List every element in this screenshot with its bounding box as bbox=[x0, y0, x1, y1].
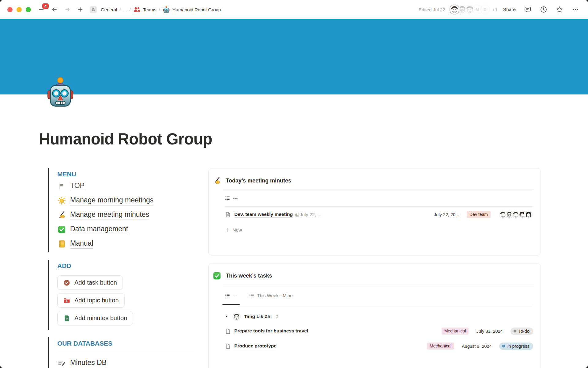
menu-link-morning-meetings[interactable]: Manage morning meetings bbox=[57, 194, 194, 208]
breadcrumb-teams[interactable]: Teams bbox=[132, 5, 158, 14]
file-plus-icon bbox=[63, 315, 70, 322]
people-icon bbox=[133, 6, 141, 13]
list-view-icon bbox=[225, 293, 230, 298]
avatar-overflow-count[interactable]: +1 bbox=[492, 7, 498, 12]
breadcrumb-teamspace[interactable]: General bbox=[100, 6, 118, 13]
date-mention: @July 22, ... bbox=[295, 212, 321, 217]
face-avatar-icon bbox=[450, 5, 459, 14]
back-button[interactable] bbox=[50, 5, 59, 14]
team-tag[interactable]: Dev team bbox=[467, 211, 491, 218]
breadcrumb-page[interactable]: Humanoid Robot Group bbox=[161, 5, 222, 14]
due-date[interactable]: August 9, 2024 bbox=[462, 344, 492, 349]
participant-avatars[interactable] bbox=[498, 210, 533, 219]
task-title[interactable]: Produce prototype bbox=[234, 343, 277, 349]
menu-link-meeting-minutes[interactable]: Manage meeting minutes bbox=[57, 208, 194, 222]
share-button[interactable]: Share bbox=[503, 7, 516, 12]
page-cover bbox=[0, 19, 588, 94]
avatar[interactable] bbox=[450, 5, 459, 14]
check-mark-icon bbox=[57, 225, 66, 234]
database-view-tab[interactable]: --- bbox=[225, 190, 533, 207]
window-titlebar: 4 G General / ... / Teams / Humanoid Rob… bbox=[0, 0, 588, 19]
due-date[interactable]: July 31, 2024 bbox=[476, 329, 503, 334]
add-minutes-button[interactable]: Add minutes button bbox=[57, 311, 133, 325]
collaborator-avatars[interactable]: M D bbox=[450, 5, 490, 14]
menu-link-data-management[interactable]: Data management bbox=[57, 222, 194, 237]
new-row-label: New bbox=[232, 227, 242, 233]
database-view-tabs: --- This Week - Mine bbox=[225, 285, 533, 305]
disclosure-triangle-icon[interactable] bbox=[225, 315, 228, 318]
breadcrumb-separator: / bbox=[159, 7, 160, 12]
breadcrumb-teamspace-label: General bbox=[101, 7, 117, 12]
more-options-button[interactable] bbox=[571, 5, 580, 14]
category-tag[interactable]: Mechanical bbox=[427, 343, 454, 350]
sun-icon bbox=[57, 197, 66, 205]
favorite-button[interactable] bbox=[555, 5, 564, 14]
menu-heading: MENU bbox=[57, 169, 194, 179]
tasks-card-title: This week’s tasks bbox=[226, 273, 272, 279]
plus-icon bbox=[225, 228, 230, 232]
meeting-row[interactable]: Dev. team weekly meeting @July 22, ... J… bbox=[225, 207, 533, 223]
menu-link-manual[interactable]: Manual bbox=[57, 237, 194, 251]
forward-button[interactable] bbox=[63, 5, 72, 14]
add-section: ADD Add task button Add topic button Add… bbox=[48, 260, 194, 330]
add-task-button[interactable]: Add task button bbox=[57, 275, 123, 290]
new-row-button[interactable]: New bbox=[225, 223, 533, 237]
menu-link-minutes-db[interactable]: Minutes DB bbox=[57, 356, 194, 368]
status-dot bbox=[514, 330, 516, 332]
add-task-button-label: Add task button bbox=[74, 279, 117, 286]
task-row[interactable]: Prepare tools for business travel Mechan… bbox=[225, 324, 533, 339]
breadcrumb-teams-label: Teams bbox=[143, 7, 156, 12]
menu-link-top[interactable]: TOP bbox=[57, 179, 194, 194]
folder-plus-icon bbox=[63, 297, 70, 304]
page-icon bbox=[225, 212, 231, 218]
last-edited-label: Edited Jul 22 bbox=[419, 7, 445, 12]
robot-icon bbox=[163, 6, 170, 13]
menu-link-label: Manual bbox=[70, 239, 93, 249]
view-tab-this-week-mine[interactable]: This Week - Mine bbox=[247, 286, 295, 305]
flag-icon bbox=[57, 183, 66, 190]
meeting-minutes-card: Today’s meeting minutes --- Dev. team we… bbox=[208, 168, 541, 255]
robot-icon bbox=[47, 77, 74, 107]
comment-bubble-icon bbox=[524, 6, 531, 13]
plus-icon bbox=[77, 6, 83, 13]
meeting-title[interactable]: Dev. team weekly meeting bbox=[234, 212, 293, 218]
page-icon-robot[interactable] bbox=[47, 77, 74, 107]
status-label: In progress bbox=[507, 344, 530, 349]
menu-link-label: Minutes DB bbox=[70, 358, 107, 368]
add-topic-button[interactable]: Add topic button bbox=[57, 293, 125, 308]
divider bbox=[57, 353, 194, 353]
page-title[interactable]: Humanoid Robot Group bbox=[39, 130, 212, 148]
new-tab-button[interactable] bbox=[76, 5, 85, 14]
breadcrumb-separator: / bbox=[119, 7, 121, 12]
minutes-card-title: Today’s meeting minutes bbox=[226, 178, 291, 184]
titlebar-right-controls: Edited Jul 22 M D +1 Share bbox=[419, 0, 580, 19]
fullscreen-window-button[interactable] bbox=[26, 7, 31, 12]
writing-hand-icon bbox=[213, 177, 221, 185]
teamspace-avatar[interactable]: G bbox=[90, 6, 97, 13]
status-pill-in-progress[interactable]: In progress bbox=[499, 343, 533, 350]
list-view-icon bbox=[249, 293, 254, 298]
menu-section: MENU TOP Manage morning meetings Manage … bbox=[48, 168, 194, 252]
assignee-avatar bbox=[232, 312, 241, 321]
sidebar-toggle-button[interactable]: 4 bbox=[37, 5, 46, 14]
group-name: Tang Lik Zhi bbox=[244, 314, 272, 319]
breadcrumb-collapsed[interactable]: ... bbox=[122, 6, 128, 13]
task-row[interactable]: Produce prototype Mechanical August 9, 2… bbox=[225, 339, 533, 354]
close-window-button[interactable] bbox=[7, 7, 13, 12]
view-tab-default[interactable]: --- bbox=[222, 286, 240, 305]
comments-button[interactable] bbox=[523, 5, 532, 14]
task-title[interactable]: Prepare tools for business travel bbox=[234, 328, 308, 334]
arrow-right-icon bbox=[64, 6, 70, 13]
status-pill-todo[interactable]: To-do bbox=[511, 328, 533, 335]
menu-link-label: TOP bbox=[70, 182, 85, 191]
weekly-tasks-card: This week’s tasks --- This Week - Mine T… bbox=[208, 263, 541, 368]
category-tag[interactable]: Mechanical bbox=[442, 328, 469, 335]
notion-window: 4 G General / ... / Teams / Humanoid Rob… bbox=[0, 0, 588, 368]
updates-button[interactable] bbox=[539, 5, 548, 14]
minimize-window-button[interactable] bbox=[17, 7, 22, 12]
check-mark-icon bbox=[213, 272, 221, 280]
page-icon bbox=[225, 343, 231, 349]
writing-hand-icon bbox=[57, 211, 66, 219]
task-check-icon bbox=[63, 279, 70, 286]
meeting-date[interactable]: July 22, 20... bbox=[434, 212, 459, 217]
